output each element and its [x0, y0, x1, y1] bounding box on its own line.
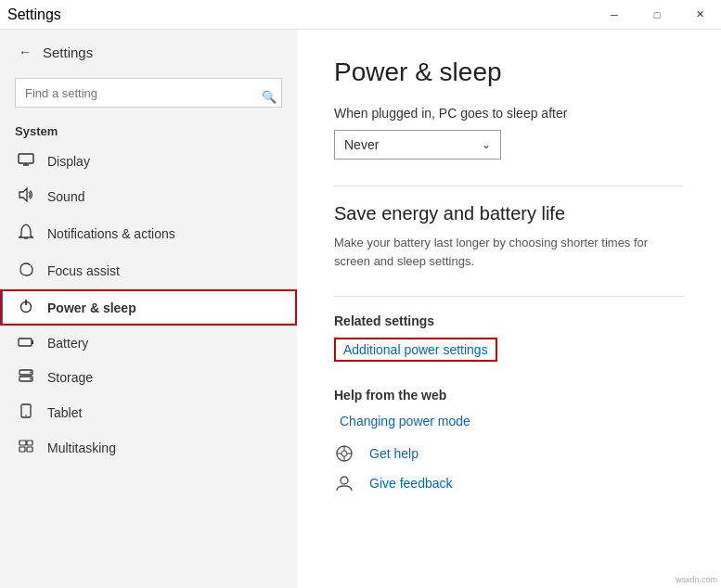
multitasking-icon	[18, 440, 34, 455]
sidebar-section-title: System	[0, 119, 297, 144]
save-energy-heading: Save energy and battery life	[334, 203, 684, 224]
power-icon	[18, 299, 34, 316]
divider-2	[334, 296, 684, 297]
titlebar: Settings ─ □ ✕	[0, 0, 721, 30]
display-icon	[18, 153, 34, 169]
give-feedback-icon	[334, 473, 354, 493]
give-feedback-row: Give feedback	[334, 473, 684, 493]
main-container: ← Settings 🔍 System Display Sound Notifi…	[0, 30, 721, 588]
sidebar-item-multitasking[interactable]: Multitasking	[0, 430, 297, 465]
sound-icon	[18, 187, 34, 205]
sidebar-item-notifications-label: Notifications & actions	[47, 226, 175, 241]
svg-rect-0	[19, 154, 33, 163]
svg-rect-17	[19, 447, 25, 452]
titlebar-controls: ─ □ ✕	[593, 0, 721, 30]
search-box-container: 🔍	[0, 74, 297, 119]
sidebar-item-power[interactable]: Power & sleep	[0, 289, 297, 326]
svg-point-12	[30, 378, 32, 380]
give-feedback-link[interactable]: Give feedback	[364, 474, 458, 492]
sidebar-item-power-label: Power & sleep	[47, 300, 136, 315]
sidebar-item-battery-label: Battery	[47, 336, 88, 351]
changing-power-mode-link[interactable]: Changing power mode	[334, 412, 476, 430]
sidebar-item-tablet[interactable]: Tablet	[0, 394, 297, 430]
sleep-dropdown-value: Never	[344, 137, 379, 152]
battery-icon	[18, 335, 34, 351]
sleep-dropdown[interactable]: Never ⌄	[334, 130, 501, 160]
back-button[interactable]: ←	[15, 41, 35, 63]
save-energy-desc: Make your battery last longer by choosin…	[334, 234, 684, 270]
focus-icon	[18, 262, 34, 280]
get-help-row: Get help	[334, 443, 684, 464]
svg-rect-16	[27, 441, 32, 445]
titlebar-title: Settings	[7, 6, 61, 23]
sidebar-item-display-label: Display	[47, 154, 90, 169]
sidebar-item-focus[interactable]: Focus assist	[0, 252, 297, 289]
additional-power-settings-link[interactable]: Additional power settings	[334, 338, 497, 362]
sidebar-item-storage[interactable]: Storage	[0, 360, 297, 394]
svg-point-11	[30, 372, 32, 374]
svg-point-14	[25, 415, 27, 416]
svg-rect-15	[19, 441, 26, 445]
sidebar-item-notifications[interactable]: Notifications & actions	[0, 214, 297, 252]
svg-rect-8	[32, 340, 33, 344]
svg-point-25	[341, 477, 348, 484]
content-area: Power & sleep When plugged in, PC goes t…	[297, 30, 721, 588]
svg-rect-18	[27, 447, 32, 452]
page-title: Power & sleep	[334, 58, 684, 87]
get-help-link[interactable]: Get help	[364, 444, 424, 463]
related-settings-section: Related settings Additional power settin…	[334, 313, 684, 362]
sidebar-item-focus-label: Focus assist	[47, 263, 120, 278]
search-input[interactable]	[15, 78, 282, 108]
sidebar-item-battery[interactable]: Battery	[0, 326, 297, 360]
sidebar-item-display[interactable]: Display	[0, 144, 297, 178]
help-from-web-heading: Help from the web	[334, 388, 684, 403]
dropdown-chevron-icon: ⌄	[482, 138, 491, 151]
sidebar-item-sound-label: Sound	[47, 189, 84, 204]
tablet-icon	[18, 403, 34, 421]
maximize-button[interactable]: □	[636, 0, 678, 30]
svg-rect-7	[19, 339, 32, 346]
storage-icon	[18, 369, 34, 385]
sleep-section: When plugged in, PC goes to sleep after …	[334, 106, 684, 160]
divider-1	[334, 185, 684, 186]
sidebar-item-storage-label: Storage	[47, 370, 93, 385]
sidebar-item-multitasking-label: Multitasking	[47, 441, 116, 455]
notifications-icon	[18, 224, 34, 243]
minimize-button[interactable]: ─	[593, 0, 636, 30]
watermark: wsxdn.com	[676, 575, 717, 584]
close-button[interactable]: ✕	[678, 0, 721, 30]
related-settings-heading: Related settings	[334, 313, 684, 328]
save-energy-section: Save energy and battery life Make your b…	[334, 203, 684, 270]
titlebar-left: Settings	[7, 6, 61, 23]
sidebar-item-sound[interactable]: Sound	[0, 178, 297, 214]
sidebar: ← Settings 🔍 System Display Sound Notifi…	[0, 30, 297, 588]
sidebar-nav-top: ← Settings	[0, 30, 297, 74]
sidebar-app-title: Settings	[43, 45, 93, 60]
sidebar-item-tablet-label: Tablet	[47, 405, 82, 420]
help-section: Help from the web Changing power mode Ge…	[334, 388, 684, 493]
svg-point-20	[341, 451, 347, 456]
get-help-icon	[334, 443, 354, 464]
plugged-in-label: When plugged in, PC goes to sleep after	[334, 106, 684, 121]
svg-marker-3	[19, 188, 27, 201]
